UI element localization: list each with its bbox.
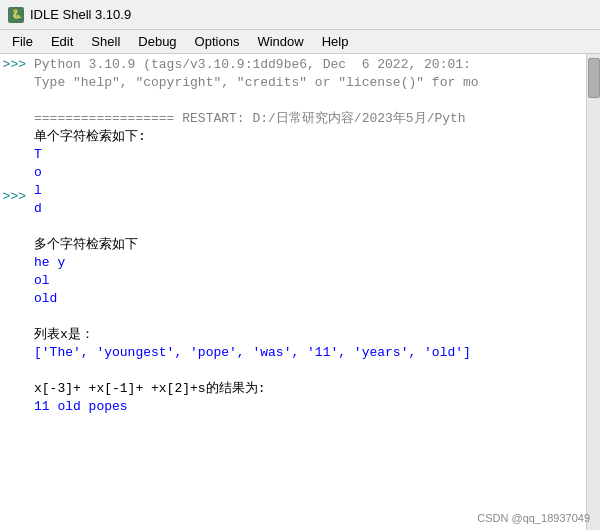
line-blank-4 xyxy=(34,362,582,380)
line-blank-2 xyxy=(34,218,582,236)
prompt-top: >>> xyxy=(0,56,30,74)
menu-options[interactable]: Options xyxy=(187,32,248,51)
app-icon: 🐍 xyxy=(8,7,24,23)
menu-bar: File Edit Shell Debug Options Window Hel… xyxy=(0,30,600,54)
line-2: Type "help", "copyright", "credits" or "… xyxy=(34,74,582,92)
shell-content[interactable]: Python 3.10.9 (tags/v3.10.9:1dd9be6, Dec… xyxy=(30,54,586,530)
menu-debug[interactable]: Debug xyxy=(130,32,184,51)
line-T: T xyxy=(34,146,582,164)
line-o: o xyxy=(34,164,582,182)
menu-edit[interactable]: Edit xyxy=(43,32,81,51)
title-bar: 🐍 IDLE Shell 3.10.9 xyxy=(0,0,600,30)
line-list-value: ['The', 'youngest', 'pope', 'was', '11',… xyxy=(34,344,582,362)
line-expr-header: x[-3]+ +x[-1]+ +x[2]+s的结果为: xyxy=(34,380,582,398)
menu-shell[interactable]: Shell xyxy=(83,32,128,51)
window-title: IDLE Shell 3.10.9 xyxy=(30,7,131,22)
scrollbar-thumb[interactable] xyxy=(588,58,600,98)
line-blank-3 xyxy=(34,308,582,326)
line-list-header: 列表x是： xyxy=(34,326,582,344)
line-ol: ol xyxy=(34,272,582,290)
menu-file[interactable]: File xyxy=(4,32,41,51)
line-1: Python 3.10.9 (tags/v3.10.9:1dd9be6, Dec… xyxy=(34,56,582,74)
line-multi-header: 多个字符检索如下 xyxy=(34,236,582,254)
line-l: l xyxy=(34,182,582,200)
menu-help[interactable]: Help xyxy=(314,32,357,51)
line-expr-value: 11 old popes xyxy=(34,398,582,416)
shell-container: >>> >>> Python 3.10.9 (tags/v3.10.9:1dd9… xyxy=(0,54,600,530)
scrollbar[interactable] xyxy=(586,54,600,530)
line-blank-5 xyxy=(34,416,582,434)
line-single-header: 单个字符检索如下: xyxy=(34,128,582,146)
menu-window[interactable]: Window xyxy=(249,32,311,51)
line-hey: he y xyxy=(34,254,582,272)
line-restart: ================== RESTART: D:/日常研究内容/20… xyxy=(34,110,582,128)
line-d: d xyxy=(34,200,582,218)
line-blank-1 xyxy=(34,92,582,110)
gutter: >>> >>> xyxy=(0,54,30,530)
line-old: old xyxy=(34,290,582,308)
watermark: CSDN @qq_18937049 xyxy=(477,512,590,524)
prompt-bottom: >>> xyxy=(0,188,30,206)
